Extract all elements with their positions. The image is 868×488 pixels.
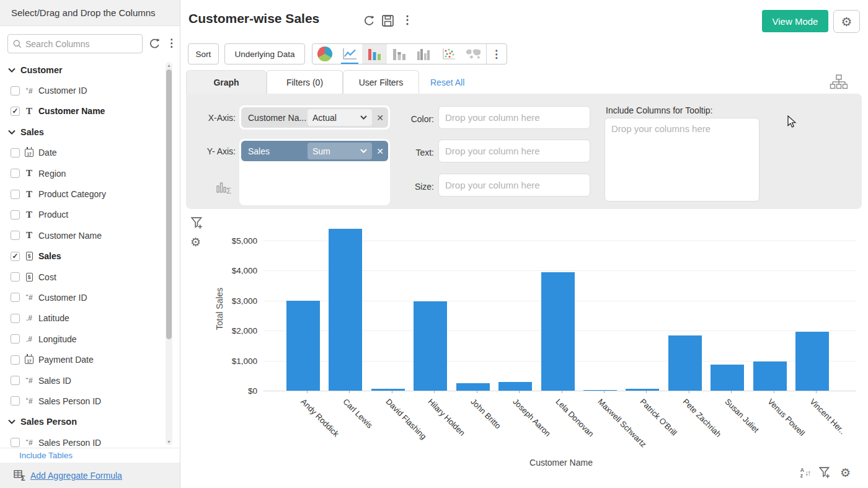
color-dropzone[interactable]: Drop your column here: [438, 106, 590, 129]
save-icon[interactable]: [382, 15, 394, 27]
column-checkbox[interactable]: [11, 107, 20, 116]
bar-Venus Powell[interactable]: [753, 362, 787, 391]
column-checkbox[interactable]: [11, 376, 20, 385]
tab-filters-label: Filters (0): [286, 78, 323, 87]
sidebar-column-item[interactable]: +#Sales Person ID: [0, 432, 164, 448]
add-filter-icon[interactable]: [191, 217, 203, 229]
column-checkbox[interactable]: [11, 293, 20, 302]
grouped-bar-icon[interactable]: [412, 44, 436, 64]
x-axis-dropzone[interactable]: Customer Na... Actual ✕: [239, 105, 390, 130]
tab-user-filters[interactable]: User Filters: [343, 70, 419, 94]
tab-user-filters-label: User Filters: [359, 78, 404, 87]
sidebar-column-item[interactable]: +#Sales ID: [0, 370, 164, 391]
tab-graph[interactable]: Graph: [186, 70, 267, 94]
column-checkbox[interactable]: [11, 86, 20, 95]
chart-options-gear-icon[interactable]: ⚙: [840, 467, 851, 479]
search-input[interactable]: [25, 39, 131, 49]
sidebar-title: Select/Drag and Drop the Columns: [0, 0, 180, 26]
column-checkbox[interactable]: [11, 272, 20, 282]
sidebar-scrollbar[interactable]: ▲ ▼: [166, 62, 172, 445]
x-tick-mark: [519, 391, 520, 393]
column-checkbox[interactable]: [11, 314, 20, 323]
sidebar-column-item[interactable]: TRegion: [0, 163, 164, 184]
bar-John Britto[interactable]: [456, 383, 490, 391]
bar-Carl Lewis[interactable]: [329, 229, 362, 391]
column-label: Customer Name: [38, 231, 102, 241]
chart-type-more-icon[interactable]: ⋮: [486, 44, 506, 64]
sidebar-section-header[interactable]: Customer: [0, 60, 164, 80]
column-checkbox[interactable]: [11, 210, 20, 220]
bar-chart-icon[interactable]: [362, 44, 387, 64]
scatter-plot-icon[interactable]: [436, 44, 461, 64]
column-checkbox[interactable]: [11, 231, 20, 240]
hierarchy-icon[interactable]: [830, 74, 848, 90]
add-aggregate-formula-link[interactable]: Add Aggregate Formula: [30, 471, 122, 481]
line-chart-icon[interactable]: [337, 44, 362, 64]
x-axis-label: X-Axis:: [186, 113, 236, 123]
tooltip-dropzone[interactable]: Drop your columns here: [604, 118, 760, 202]
sidebar-column-item[interactable]: $Cost: [0, 267, 164, 287]
scrollbar-thumb[interactable]: [166, 69, 172, 339]
filter-icon[interactable]: [819, 467, 831, 479]
chart-type-toolbar: ⋮: [312, 43, 507, 64]
column-checkbox[interactable]: [11, 252, 20, 261]
sidebar-section-header[interactable]: Sales: [0, 122, 164, 142]
column-checkbox[interactable]: [11, 355, 20, 365]
stacked-bar-icon[interactable]: [387, 44, 412, 64]
sidebar-column-item[interactable]: 17Payment Date: [0, 349, 164, 370]
report-kebab-menu-icon[interactable]: ⋮: [402, 14, 413, 25]
column-checkbox[interactable]: [11, 438, 20, 447]
sidebar-column-item[interactable]: +#Customer ID: [0, 287, 164, 308]
x-axis-chip[interactable]: Customer Na... Actual ✕: [241, 107, 388, 128]
sidebar-column-item[interactable]: TCustomer Name: [0, 101, 164, 122]
bar-Joseph Aaron[interactable]: [498, 382, 532, 391]
sidebar-column-item[interactable]: TProduct: [0, 205, 164, 225]
x-axis-aggregate-select[interactable]: Actual: [308, 109, 372, 126]
sort-button[interactable]: Sort: [188, 43, 219, 64]
column-checkbox[interactable]: [11, 334, 20, 344]
sidebar-column-item[interactable]: $Sales: [0, 246, 164, 267]
column-checkbox[interactable]: [11, 396, 20, 406]
y-axis-chip[interactable]: Sales Sum ✕: [241, 141, 388, 161]
reset-all-link[interactable]: Reset All: [430, 78, 464, 87]
size-dropzone[interactable]: Drop your column here: [438, 174, 590, 197]
bar-Vincent Her..[interactable]: [795, 332, 829, 391]
column-checkbox[interactable]: [11, 190, 20, 199]
sidebar-column-item[interactable]: +#Sales Person ID: [0, 391, 164, 411]
include-tables-link[interactable]: Include Tables: [19, 451, 73, 460]
sidebar-kebab-menu-icon[interactable]: ⋮: [166, 38, 177, 48]
sidebar-section-header[interactable]: Sales Person: [0, 412, 164, 432]
refresh-columns-icon[interactable]: [149, 38, 161, 50]
view-mode-button[interactable]: View Mode: [762, 10, 828, 32]
underlying-data-button[interactable]: Underlying Data: [224, 43, 305, 64]
y-axis-aggregate-select[interactable]: Sum: [308, 143, 372, 159]
refresh-report-icon[interactable]: [363, 15, 375, 27]
search-box[interactable]: [7, 34, 143, 53]
y-axis-dropzone[interactable]: Sales Sum ✕: [239, 139, 390, 205]
bar-Hilary Holden[interactable]: [414, 301, 447, 391]
settings-button[interactable]: ⚙: [833, 10, 860, 33]
bar-Lela Donovan[interactable]: [541, 272, 575, 391]
sidebar-column-item[interactable]: +#Customer ID: [0, 80, 164, 100]
bar-Susan Juliet[interactable]: [711, 365, 744, 391]
sidebar-column-item[interactable]: 17Date: [0, 143, 164, 163]
scroll-down-icon[interactable]: ▼: [166, 440, 172, 444]
sort-az-icon[interactable]: Az ↓↑: [800, 468, 810, 479]
bar-Pete Zachriah[interactable]: [668, 335, 702, 391]
bar-Patrick O'Brill[interactable]: [626, 389, 659, 391]
pie-chart-icon[interactable]: [312, 44, 337, 64]
map-chart-icon[interactable]: [461, 44, 486, 64]
tab-filters[interactable]: Filters (0): [267, 70, 343, 94]
bar-David Flashing[interactable]: [371, 389, 405, 391]
sidebar-column-item[interactable]: TProduct Category: [0, 184, 164, 204]
column-checkbox[interactable]: [11, 148, 20, 157]
sidebar-column-item[interactable]: .#Longitude: [0, 329, 164, 349]
chart-settings-gear-icon[interactable]: ⚙: [190, 236, 201, 248]
sidebar-column-item[interactable]: TCustomer Name: [0, 225, 164, 246]
scroll-up-icon[interactable]: ▲: [166, 63, 172, 68]
bar-Andy Roddick[interactable]: [286, 301, 320, 391]
text-dropzone[interactable]: Drop your column here: [438, 140, 590, 162]
sidebar-column-item[interactable]: .#Latitude: [0, 308, 164, 329]
column-checkbox[interactable]: [11, 169, 20, 178]
bar-Maxwell Schwartz[interactable]: [583, 390, 617, 391]
